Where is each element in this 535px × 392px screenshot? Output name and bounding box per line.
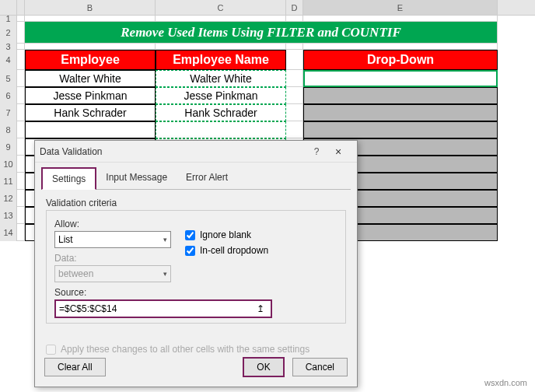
row-header-1[interactable]: 1	[0, 16, 17, 22]
data-label: Data:	[54, 253, 171, 264]
header-employee-name[interactable]: Employee Name	[156, 50, 286, 70]
row-header-11[interactable]: 11	[0, 173, 17, 190]
dialog-titlebar: Data Validation ? ×	[35, 141, 357, 163]
column-headers: B C D E	[0, 0, 535, 16]
dialog-tabs: Settings Input Message Error Alert	[41, 167, 351, 190]
cell-b7[interactable]: Hank Schrader	[25, 104, 156, 121]
tab-settings[interactable]: Settings	[41, 167, 96, 190]
validation-criteria-label: Validation criteria	[46, 198, 346, 208]
tab-input-message[interactable]: Input Message	[96, 167, 177, 189]
cell-e6[interactable]	[303, 87, 498, 104]
allow-label: Allow:	[54, 219, 171, 229]
cell-e5[interactable]	[303, 70, 498, 87]
title-band: Remove Used Items Using FILTER and COUNT…	[25, 22, 498, 44]
row-header-4[interactable]: 4	[0, 50, 17, 70]
data-validation-dialog: Data Validation ? × Settings Input Messa…	[34, 140, 358, 387]
row-header-3[interactable]: 3	[0, 44, 17, 50]
row-header-9[interactable]: 9	[0, 138, 17, 156]
dialog-title: Data Validation	[40, 146, 309, 157]
row-header-14[interactable]: 14	[0, 224, 17, 241]
col-header-b[interactable]: B	[25, 0, 156, 15]
col-header-e[interactable]: E	[303, 0, 498, 15]
row-header-6[interactable]: 6	[0, 87, 17, 104]
row-header-5[interactable]: 5	[0, 70, 17, 87]
chevron-down-icon: ▾	[163, 236, 167, 243]
col-header-d[interactable]: D	[286, 0, 303, 15]
cell-c7[interactable]: Hank Schrader	[156, 104, 286, 121]
cell-c5[interactable]: Walter White	[156, 70, 286, 87]
ignore-blank-checkbox[interactable]: Ignore blank	[185, 229, 337, 240]
source-input-wrap: ↥	[54, 299, 272, 318]
header-dropdown[interactable]: Drop-Down	[303, 50, 498, 70]
chevron-down-icon: ▾	[163, 270, 167, 278]
help-button[interactable]: ?	[309, 146, 324, 157]
ok-button[interactable]: OK	[243, 357, 284, 377]
incell-dropdown-checkbox[interactable]: In-cell dropdown	[185, 245, 337, 256]
validation-criteria-fieldset: Allow: List ▾ Data: between ▾ Ignore bla…	[46, 210, 346, 324]
row-header-10[interactable]: 10	[0, 156, 17, 173]
source-input[interactable]	[59, 303, 254, 314]
cell-e7[interactable]	[303, 104, 498, 121]
row-header-12[interactable]: 12	[0, 190, 17, 207]
cell-b5[interactable]: Walter White	[25, 70, 156, 87]
row-header-13[interactable]: 13	[0, 207, 17, 224]
close-button[interactable]: ×	[324, 145, 352, 158]
row-header-8[interactable]: 8	[0, 121, 17, 138]
row-header-7[interactable]: 7	[0, 104, 17, 121]
clear-all-button[interactable]: Clear All	[44, 358, 106, 376]
source-label: Source:	[54, 287, 337, 298]
header-employee[interactable]: Employee	[25, 50, 156, 70]
tab-error-alert[interactable]: Error Alert	[177, 167, 237, 189]
apply-all-checkbox: Apply these changes to all other cells w…	[46, 344, 346, 355]
range-picker-icon[interactable]: ↥	[254, 303, 268, 314]
watermark: wsxdn.com	[484, 378, 527, 387]
cancel-button[interactable]: Cancel	[292, 358, 348, 376]
cell-c6[interactable]: Jesse Pinkman	[156, 87, 286, 104]
cell-b6[interactable]: Jesse Pinkman	[25, 87, 156, 104]
row-header-2[interactable]: 2	[0, 22, 17, 44]
data-select: between ▾	[54, 265, 171, 282]
col-header-c[interactable]: C	[156, 0, 286, 15]
allow-select[interactable]: List ▾	[54, 231, 171, 248]
